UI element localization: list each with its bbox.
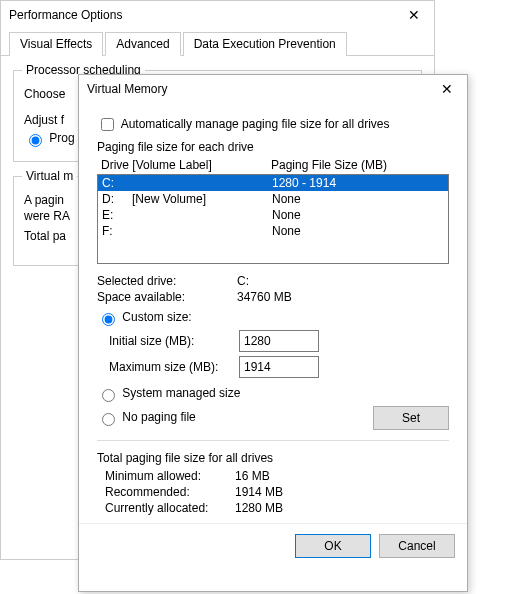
no-paging-label: No paging file [122, 410, 195, 424]
cur-v: 1280 MB [235, 501, 283, 515]
maximum-size-row: Maximum size (MB): [109, 356, 449, 378]
set-button[interactable]: Set [373, 406, 449, 430]
drive-size: None [272, 208, 444, 222]
initial-size-label: Initial size (MB): [109, 334, 239, 348]
initial-size-input[interactable] [239, 330, 319, 352]
drive-list[interactable]: C: 1280 - 1914 D: [New Volume] None E: N… [97, 174, 449, 264]
drive-letter: F: [102, 224, 132, 238]
pf-each-label: Paging file size for each drive [97, 140, 449, 154]
cur-k: Currently allocated: [105, 501, 235, 515]
perf-tabs: Visual Effects Advanced Data Execution P… [1, 31, 434, 56]
ok-button[interactable]: OK [295, 534, 371, 558]
close-icon[interactable]: ✕ [402, 7, 426, 23]
custom-size-row: Custom size: [97, 310, 449, 326]
drive-row-c[interactable]: C: 1280 - 1914 [98, 175, 448, 191]
no-paging-radio[interactable] [102, 413, 115, 426]
auto-manage-row: Automatically manage paging file size fo… [97, 115, 449, 134]
drive-size: None [272, 192, 444, 206]
vm-group-title: Virtual m [22, 169, 77, 183]
min-v: 16 MB [235, 469, 270, 483]
system-managed-label: System managed size [122, 386, 240, 400]
auto-manage-label: Automatically manage paging file size fo… [121, 117, 390, 131]
system-managed-row: System managed size [97, 386, 449, 402]
hdr-size: Paging File Size (MB) [271, 158, 445, 172]
space-available-row: Space available: 34760 MB [97, 290, 449, 304]
perf-title: Performance Options [9, 8, 122, 22]
programs-radio[interactable] [29, 134, 42, 147]
maximum-size-label: Maximum size (MB): [109, 360, 239, 374]
system-managed-radio[interactable] [102, 389, 115, 402]
selected-drive-v: C: [237, 274, 249, 288]
vm-titlebar: Virtual Memory ✕ [79, 75, 467, 103]
drive-row-e[interactable]: E: None [98, 207, 448, 223]
drive-label [132, 224, 272, 238]
divider [97, 440, 449, 441]
space-k: Space available: [97, 290, 237, 304]
drive-letter: D: [102, 192, 132, 206]
rec-v: 1914 MB [235, 485, 283, 499]
space-v: 34760 MB [237, 290, 292, 304]
custom-size-radio[interactable] [102, 313, 115, 326]
custom-size-label: Custom size: [122, 310, 191, 324]
recommended-row: Recommended: 1914 MB [97, 485, 449, 499]
drive-letter: C: [102, 176, 132, 190]
initial-size-row: Initial size (MB): [109, 330, 449, 352]
close-icon[interactable]: ✕ [435, 81, 459, 97]
drive-size: 1280 - 1914 [272, 176, 444, 190]
virtual-memory-dialog: Virtual Memory ✕ Automatically manage pa… [78, 74, 468, 592]
drive-row-d[interactable]: D: [New Volume] None [98, 191, 448, 207]
tab-visual-effects[interactable]: Visual Effects [9, 32, 103, 56]
hdr-drive: Drive [Volume Label] [101, 158, 271, 172]
drive-label: [New Volume] [132, 192, 272, 206]
maximum-size-input[interactable] [239, 356, 319, 378]
min-allowed-row: Minimum allowed: 16 MB [97, 469, 449, 483]
min-k: Minimum allowed: [105, 469, 235, 483]
auto-manage-checkbox[interactable] [101, 118, 114, 131]
currently-allocated-row: Currently allocated: 1280 MB [97, 501, 449, 515]
vm-title: Virtual Memory [87, 82, 167, 96]
drive-size: None [272, 224, 444, 238]
drive-label [132, 208, 272, 222]
drive-label [132, 176, 272, 190]
drive-row-f[interactable]: F: None [98, 223, 448, 239]
selected-drive-row: Selected drive: C: [97, 274, 449, 288]
drive-letter: E: [102, 208, 132, 222]
selected-drive-k: Selected drive: [97, 274, 237, 288]
no-paging-row: No paging file [97, 410, 373, 426]
rec-k: Recommended: [105, 485, 235, 499]
drive-list-headers: Drive [Volume Label] Paging File Size (M… [97, 158, 449, 172]
dialog-buttons: OK Cancel [79, 523, 467, 568]
totals-title: Total paging file size for all drives [97, 451, 449, 465]
perf-titlebar: Performance Options ✕ [1, 1, 434, 29]
tab-advanced[interactable]: Advanced [105, 32, 180, 56]
tab-dep[interactable]: Data Execution Prevention [183, 32, 347, 56]
cancel-button[interactable]: Cancel [379, 534, 455, 558]
programs-label: Prog [49, 131, 74, 145]
